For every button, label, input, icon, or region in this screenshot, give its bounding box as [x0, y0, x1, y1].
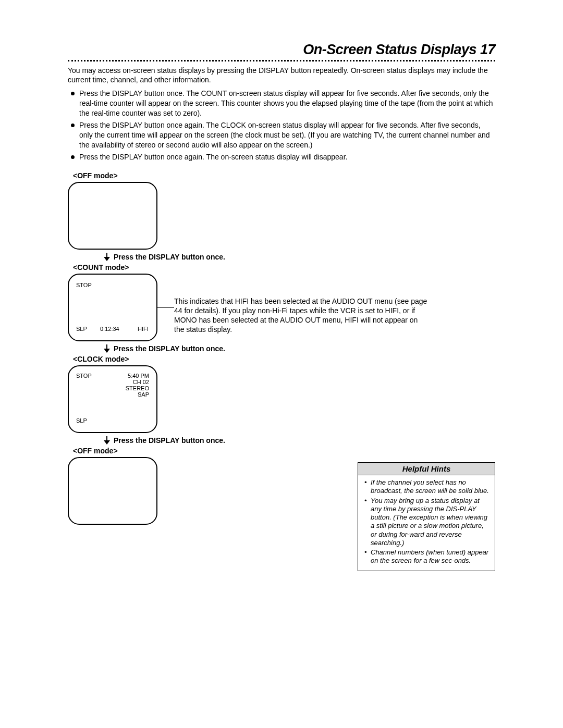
tv-screen-clock: STOP 5:40 PM CH 02 STEREO SAP SLP — [68, 365, 157, 433]
clock-slp: SLP — [76, 417, 87, 424]
press-label: Press the DISPLAY button once. — [114, 436, 225, 445]
clock-sap: SAP — [138, 391, 149, 398]
mode-label-clock: <CLOCK mode> — [73, 355, 495, 363]
page: On-Screen Status Displays 17 You may acc… — [0, 0, 563, 728]
mode-label-off: <OFF mode> — [73, 171, 495, 180]
hints-item: Channel numbers (when tuned) appear on t… — [363, 548, 489, 565]
hints-title: Helpful Hints — [358, 463, 495, 475]
hints-item: You may bring up a status display at any… — [363, 497, 489, 548]
hifi-callout-line — [157, 305, 157, 326]
bullet-item: Press the DISPLAY button once. The COUNT… — [68, 89, 495, 118]
hints-item: If the channel you select has no broadca… — [363, 478, 489, 496]
mode-label-off: <OFF mode> — [73, 447, 495, 455]
helpful-hints-box: Helpful Hints If the channel you select … — [358, 462, 495, 571]
hifi-note: This indicates that HIFI has been select… — [174, 297, 430, 335]
arrow-down-icon — [103, 344, 111, 354]
arrow-down-icon — [103, 253, 111, 262]
arrow-step: Press the DISPLAY button once. — [103, 344, 495, 354]
press-label: Press the DISPLAY button once. — [114, 253, 225, 261]
divider-dots — [68, 60, 495, 61]
clock-stereo: STEREO — [126, 385, 149, 391]
bullet-item: Press the DISPLAY button once again. The… — [68, 152, 495, 162]
mode-label-count: <COUNT mode> — [73, 263, 495, 272]
clock-channel: CH 02 — [133, 379, 149, 385]
callout-line — [156, 307, 174, 308]
arrow-step: Press the DISPLAY button once. — [103, 253, 495, 262]
count-hifi: HIFI — [138, 326, 149, 332]
count-row: STOP SLP 0:12:34 HIFI This indicates tha… — [68, 274, 495, 341]
hints-list: If the channel you select has no broadca… — [363, 478, 489, 565]
hints-body: If the channel you select has no broadca… — [358, 475, 495, 571]
tv-screen-off — [68, 182, 157, 250]
tv-screen-count: STOP SLP 0:12:34 HIFI — [68, 274, 157, 341]
intro-text: You may access on-screen status displays… — [68, 66, 495, 84]
count-stop: STOP — [76, 282, 92, 288]
bullet-item: Press the DISPLAY button once again. The… — [68, 120, 495, 150]
arrow-step: Press the DISPLAY button once. — [103, 436, 495, 446]
count-slp: SLP — [76, 326, 87, 332]
page-title: On-Screen Status Displays 17 — [68, 42, 495, 58]
clock-stop: STOP — [76, 373, 92, 379]
count-counter: 0:12:34 — [100, 326, 119, 332]
press-label: Press the DISPLAY button once. — [114, 344, 225, 353]
clock-time: 5:40 PM — [128, 373, 149, 379]
arrow-down-icon — [103, 436, 111, 446]
bullet-list: Press the DISPLAY button once. The COUNT… — [68, 89, 495, 162]
tv-screen-off — [68, 457, 157, 525]
